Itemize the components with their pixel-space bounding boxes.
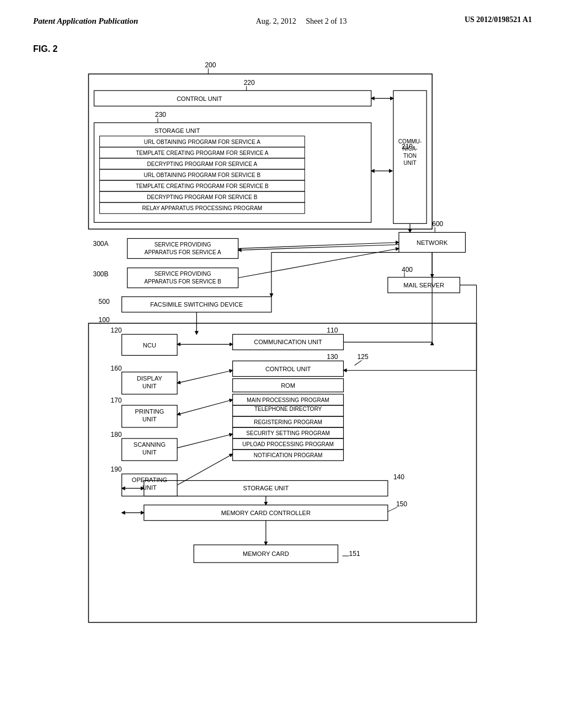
print-label: PRINTING: [135, 408, 164, 415]
notif-prog-label: NOTIFICATION PROGRAM: [254, 453, 323, 459]
publication-title: Patent Application Publication: [33, 15, 138, 27]
label-120: 120: [111, 327, 122, 335]
display-label: DISPLAY: [137, 375, 162, 382]
oper-label: OPERATING: [132, 477, 167, 484]
svg-text:APPARATUS FOR SERVICE B: APPARATUS FOR SERVICE B: [145, 279, 222, 285]
label-170: 170: [111, 397, 122, 404]
svg-text:UNIT: UNIT: [142, 485, 157, 491]
tel-dir-label: TELEPHONE DIRECTORY: [254, 406, 322, 412]
comm-unit-110-label: COMMUNICATION UNIT: [254, 339, 322, 346]
label-190: 190: [111, 466, 122, 474]
label-160: 160: [111, 365, 122, 372]
sec-prog-label: SECURITY SETTING PROGRAM: [246, 430, 329, 436]
prog2-label: TEMPLATE CREATING PROGRAM FOR SERVICE A: [136, 150, 269, 156]
label-200: 200: [205, 61, 216, 69]
label-300b: 300B: [93, 270, 108, 278]
prog1-label: URL OBTAINING PROGRAM FOR SERVICE A: [144, 139, 260, 145]
reg-prog-label: REGISTERING PROGRAM: [254, 419, 322, 425]
svg-text:UNIT: UNIT: [142, 449, 157, 456]
label-230: 230: [155, 111, 166, 119]
svg-line-56: [177, 434, 232, 448]
ncu-label: NCU: [143, 342, 156, 349]
label-110: 110: [327, 327, 338, 335]
svg-text:TION: TION: [403, 153, 417, 159]
label-100: 100: [99, 317, 110, 324]
control-unit-130-label: CONTROL UNIT: [265, 366, 311, 372]
label-500: 500: [99, 298, 110, 306]
main-proc-label: MAIN PROCESSING PROGRAM: [247, 397, 329, 403]
memcard-label: MEMORY CARD: [243, 550, 289, 557]
fig-label: FIG. 2: [33, 44, 532, 54]
scan-label: SCANNING: [134, 442, 166, 448]
label-600: 600: [432, 221, 443, 228]
network-label: NETWORK: [417, 239, 448, 246]
label-220: 220: [244, 79, 255, 87]
fax-label: FACSIMILE SWITCHING DEVICE: [150, 301, 243, 308]
svg-text:UNIT: UNIT: [403, 160, 416, 166]
page-header: Patent Application Publication Aug. 2, 2…: [0, 0, 565, 33]
storage-unit-label: STORAGE UNIT: [154, 127, 200, 134]
prog4-label: URL OBTAINING PROGRAM FOR SERVICE B: [144, 172, 261, 178]
label-151: 151: [349, 550, 360, 558]
header-center: Aug. 2, 2012 Sheet 2 of 13: [256, 15, 347, 28]
svg-line-53: [177, 400, 232, 415]
svg-text:APPARATUS FOR SERVICE A: APPARATUS FOR SERVICE A: [145, 249, 221, 255]
label-125: 125: [358, 354, 369, 361]
mail-server-label: MAIL SERVER: [403, 282, 444, 288]
memcard-ctrl-label: MEMORY CARD CONTROLLER: [221, 510, 311, 516]
svg-text:UNIT: UNIT: [142, 416, 157, 422]
patent-diagram: .lbl { font-family: Arial, sans-serif; f…: [33, 57, 532, 722]
label-180: 180: [111, 431, 122, 438]
pub-date: Aug. 2, 2012: [256, 17, 296, 25]
label-150: 150: [396, 500, 407, 508]
label-140: 140: [393, 474, 404, 481]
label-300a: 300A: [93, 240, 109, 248]
svg-line-44: [177, 371, 232, 383]
svg-line-28: [238, 249, 399, 278]
diagram-area: FIG. 2 .lbl { font-family: Arial, sans-s…: [0, 33, 565, 728]
prog3-label: DECRYPTING PROGRAM FOR SERVICE A: [147, 161, 257, 167]
rom-label: ROM: [281, 382, 295, 389]
svg-text:NICA-: NICA-: [402, 146, 417, 152]
prog7-label: RELAY APPARATUS PROCESSING PROGRAM: [142, 206, 262, 212]
patent-number: US 2012/0198521 A1: [465, 15, 532, 24]
upload-prog-label: UPLOAD PROCESSING PROGRAM: [242, 442, 334, 448]
svg-line-74: [355, 361, 362, 366]
sheet-info: Sheet 2 of 13: [306, 17, 347, 25]
svg-line-62: [388, 507, 397, 512]
service-a-label: SERVICE PROVIDING: [154, 242, 211, 248]
label-130: 130: [327, 354, 338, 361]
storage140-label: STORAGE UNIT: [243, 485, 289, 492]
label-400: 400: [402, 266, 413, 274]
svg-text:UNIT: UNIT: [142, 383, 157, 389]
svg-rect-3: [94, 91, 371, 106]
comm-unit-label: COMMU-: [398, 138, 422, 144]
prog6-label: DECRYPTING PROGRAM FOR SERVICE B: [147, 195, 258, 201]
prog5-label: TEMPLATE CREATING PROGRAM FOR SERVICE B: [136, 183, 269, 189]
control-unit-label: CONTROL UNIT: [177, 96, 222, 103]
service-b-label: SERVICE PROVIDING: [154, 271, 211, 277]
